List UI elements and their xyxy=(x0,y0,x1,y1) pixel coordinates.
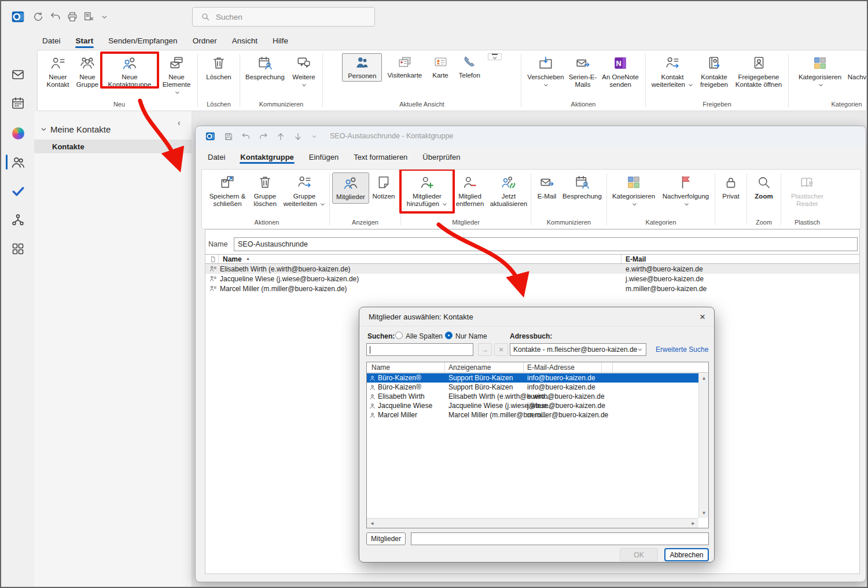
member-search-input[interactable] xyxy=(366,343,473,356)
quick-access-chevron-icon[interactable] xyxy=(101,15,108,19)
tab-text-formatieren[interactable]: Text formatieren xyxy=(346,148,415,166)
sync-button[interactable] xyxy=(32,11,44,23)
group-name-input[interactable]: SEO-Austauschrunde xyxy=(234,237,858,251)
member-row[interactable]: Marcel Miller (m.miller@buero-kaizen.de)… xyxy=(209,284,858,293)
meeting-button[interactable]: Besprechung xyxy=(560,172,604,203)
member-row[interactable]: Jacqueline Wiese (j.wiese@buero-kaizen.d… xyxy=(209,274,858,284)
sidebar-todo-button[interactable] xyxy=(10,183,26,199)
delete-button[interactable]: Löschen xyxy=(203,53,235,83)
ok-button[interactable]: OK xyxy=(620,548,658,561)
undo-button[interactable] xyxy=(241,132,251,141)
result-row-selected[interactable]: Büro-Kaizen® Support Büro-Kaizen info@bu… xyxy=(367,373,700,383)
sidebar-calendar-button[interactable] xyxy=(10,95,26,112)
scroll-right-icon[interactable]: ► xyxy=(689,519,697,527)
categorize-icon xyxy=(812,56,827,71)
open-shared-contacts-button[interactable]: Freigegebene Kontakte öffnen xyxy=(732,53,785,91)
redo-button[interactable] xyxy=(259,132,268,141)
view-personen-button[interactable]: Personen xyxy=(342,53,382,82)
collapse-pane-button[interactable]: ‹ xyxy=(178,118,181,127)
result-row[interactable]: Jacqueline Wiese Jacqueline Wiese (j.wie… xyxy=(367,401,700,410)
search-input[interactable]: Suchen xyxy=(192,7,375,27)
meeting-button[interactable]: Besprechung xyxy=(242,53,288,83)
new-contact-group-button[interactable]: Neue Kontaktgruppe xyxy=(102,53,157,91)
share-contacts-button[interactable]: Kontakte freigeben xyxy=(696,53,732,91)
result-row[interactable]: Büro-Kaizen® Support Büro-Kaizen info@bu… xyxy=(367,383,700,392)
tab-start[interactable]: Start xyxy=(68,33,101,50)
tab-datei[interactable]: Datei xyxy=(200,148,233,166)
categorize-button[interactable]: Kategorisieren xyxy=(609,172,659,210)
vertical-scrollbar[interactable]: ▲ ▼ xyxy=(698,373,708,518)
member-row[interactable]: Elisabeth Wirth (e.wirth@buero-kaizen.de… xyxy=(209,264,858,274)
sidebar-mail-button[interactable] xyxy=(10,67,26,83)
tab-senden-empfangen[interactable]: Senden/Empfangen xyxy=(101,33,185,50)
members-button[interactable]: Mitglieder xyxy=(366,532,406,545)
scroll-up-icon[interactable]: ▲ xyxy=(699,374,709,382)
radio-all-columns[interactable] xyxy=(395,332,403,339)
print-button[interactable] xyxy=(67,11,78,23)
categorize-button[interactable]: Kategorisieren xyxy=(796,53,844,91)
sidebar-groups-button[interactable] xyxy=(10,212,26,228)
add-members-button[interactable]: Mitglieder hinzufügen xyxy=(402,172,453,210)
my-contacts-header[interactable]: Meine Kontakte xyxy=(41,124,111,134)
move-down-button[interactable] xyxy=(293,132,303,141)
tab-kontaktgruppe[interactable]: Kontaktgruppe xyxy=(233,148,301,166)
follow-up-button[interactable]: Nachverfolgung xyxy=(844,53,867,83)
result-row[interactable]: Elisabeth Wirth Elisabeth Wirth (e.wirth… xyxy=(367,392,700,401)
new-contact-button[interactable]: Neuer Kontakt xyxy=(43,53,73,91)
private-button[interactable]: Privat xyxy=(717,172,745,203)
tab-ansicht[interactable]: Ansicht xyxy=(225,33,265,50)
remove-member-button[interactable]: Mitglied entfernen xyxy=(453,172,487,210)
members-view-button[interactable]: Mitglieder xyxy=(332,172,369,204)
move-button[interactable]: Verschieben xyxy=(525,53,566,91)
member-list-header[interactable]: Name ▲ E-Mail xyxy=(205,254,859,264)
undo-button[interactable] xyxy=(50,11,61,23)
tab-ueberpruefen[interactable]: Überprüfen xyxy=(415,148,468,166)
immersive-reader-button[interactable]: Plastischer Reader xyxy=(784,172,830,210)
email-button[interactable]: E-Mail xyxy=(534,172,560,203)
sidebar-apps-button[interactable] xyxy=(10,241,26,257)
horizontal-scrollbar[interactable]: ◄ ► xyxy=(367,518,698,528)
quick-access-chevron-icon[interactable] xyxy=(311,135,317,138)
more-communicate-button[interactable]: Weitere xyxy=(288,53,320,91)
view-telefon-button[interactable]: Telefon xyxy=(454,53,486,80)
view-karte-button[interactable]: Karte xyxy=(427,53,454,80)
advanced-search-link[interactable]: Erweiterte Suche xyxy=(656,346,708,354)
delete-group-button[interactable]: Gruppe löschen xyxy=(249,172,281,210)
forward-contact-button[interactable]: Kontakt weiterleiten xyxy=(649,53,696,91)
zoom-button[interactable]: Zoom xyxy=(750,172,778,203)
forward-group-button[interactable]: Gruppe weiterleiten xyxy=(281,172,328,210)
follow-up-button[interactable]: Nachverfolgung xyxy=(659,172,713,210)
tab-ordner[interactable]: Ordner xyxy=(185,33,225,50)
notes-view-button[interactable]: Notizen xyxy=(369,172,398,203)
send-to-onenote-button[interactable]: An OneNote senden xyxy=(599,53,641,91)
addressbook-select[interactable]: Kontakte - m.fleischer@buero-kaizen.de xyxy=(510,343,646,356)
results-header[interactable]: Name Anzeigename E-Mail-Adresse xyxy=(367,362,709,373)
update-now-button[interactable]: Jetzt aktualisieren xyxy=(487,172,530,210)
search-clear-button[interactable]: × xyxy=(494,343,508,356)
new-group-button[interactable]: Neue Gruppe xyxy=(73,53,102,91)
radio-name-only[interactable] xyxy=(445,332,453,339)
sidebar-people-button[interactable] xyxy=(10,154,26,170)
tab-datei[interactable]: Datei xyxy=(35,33,68,50)
members-input[interactable] xyxy=(411,532,709,545)
cancel-button[interactable]: Abbrechen xyxy=(664,548,709,561)
tab-hilfe[interactable]: Hilfe xyxy=(265,33,296,50)
sidebar-copilot-button[interactable] xyxy=(10,125,26,141)
result-row[interactable]: Marcel Miller Marcel Miller (m.miller@bu… xyxy=(367,410,700,420)
group-label-anzeigen: Anzeigen xyxy=(352,218,378,229)
tab-einfuegen[interactable]: Einfügen xyxy=(301,148,346,166)
dialog-close-button[interactable]: × xyxy=(695,310,710,325)
scroll-down-icon[interactable]: ▼ xyxy=(699,509,709,517)
save-button[interactable] xyxy=(224,132,233,141)
search-go-button[interactable]: → xyxy=(478,343,492,356)
gallery-more-button[interactable] xyxy=(488,53,502,60)
empty-folder-button[interactable] xyxy=(83,11,94,23)
search-label: Suchen: xyxy=(367,332,395,340)
mail-merge-button[interactable]: Serien-E-Mails xyxy=(566,53,599,91)
move-up-button[interactable] xyxy=(276,132,285,141)
folder-item-kontakte[interactable]: Kontakte xyxy=(34,139,192,153)
new-items-button[interactable]: Neue Elemente xyxy=(157,53,196,98)
view-visitenkarte-button[interactable]: Visitenkarte xyxy=(382,53,427,80)
save-and-close-button[interactable]: Speichern & schließen xyxy=(206,172,249,210)
scroll-left-icon[interactable]: ◄ xyxy=(368,519,376,527)
